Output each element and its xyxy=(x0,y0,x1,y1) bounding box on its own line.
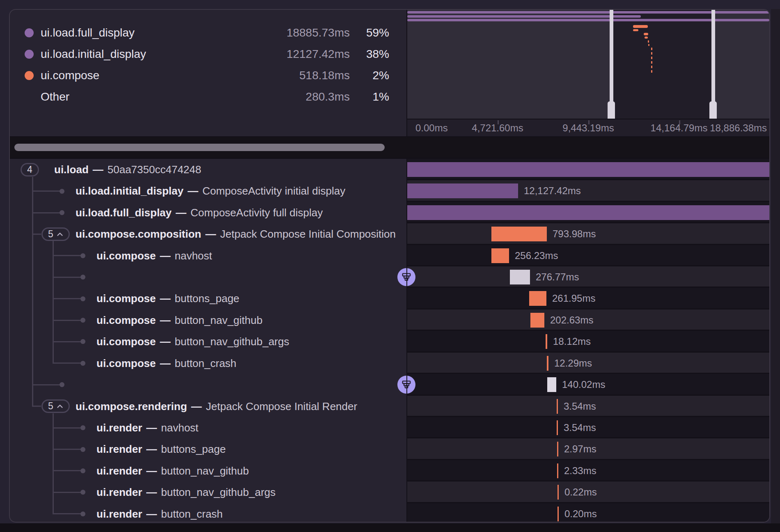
horizontal-scrollbar-thumb[interactable] xyxy=(14,144,385,151)
tree-connector-line xyxy=(53,320,83,321)
legend-item[interactable]: ui.compose518.18ms2% xyxy=(10,65,406,86)
tree-row[interactable] xyxy=(10,374,406,395)
legend-item[interactable]: Other280.3ms1% xyxy=(10,86,406,108)
span-separator: — xyxy=(142,508,161,520)
tree-connector-line xyxy=(32,384,62,385)
tree-row[interactable]: 5ui.compose.composition—Jetpack Compose … xyxy=(10,223,406,245)
span-duration-bar[interactable] xyxy=(530,313,544,328)
span-duration-bar[interactable] xyxy=(547,356,548,371)
span-duration-bar[interactable] xyxy=(547,377,556,392)
waterfall-row[interactable]: 3.54ms xyxy=(407,396,769,417)
legend-span-name: Other xyxy=(41,90,255,103)
span-separator: — xyxy=(156,335,174,348)
span-operation: ui.compose.composition xyxy=(76,228,201,240)
span-description: ui.load.full_display—ComposeActivity ful… xyxy=(76,202,323,223)
waterfall-row[interactable]: 793.98ms xyxy=(407,223,769,245)
chevron-up-icon xyxy=(57,404,63,408)
minimap-compose-span-bar xyxy=(645,37,648,39)
trace-summary-header: ui.load.full_display18885.73ms59%ui.load… xyxy=(10,10,406,136)
span-duration-bar[interactable] xyxy=(510,270,530,284)
minimap: 0.00ms4,721.60ms9,443.19ms14,164.79ms18,… xyxy=(406,10,770,136)
badge-count: 5 xyxy=(48,401,53,412)
span-duration-bar[interactable] xyxy=(557,442,558,456)
panel-divider[interactable] xyxy=(406,158,407,522)
span-separator: — xyxy=(142,443,161,455)
span-duration-bar[interactable] xyxy=(557,507,559,521)
span-duration-label: 276.77ms xyxy=(536,266,579,288)
waterfall-row[interactable]: 12,127.42ms xyxy=(407,180,769,202)
minimap-unselected-region-right xyxy=(713,10,769,119)
minimap-compose-span-bar xyxy=(648,44,649,46)
waterfall-row[interactable] xyxy=(407,202,769,223)
span-separator: — xyxy=(201,228,220,240)
waterfall-row[interactable]: 0.22ms xyxy=(407,482,769,503)
span-detail: buttons_page xyxy=(174,292,239,305)
waterfall-row[interactable]: 261.95ms xyxy=(407,288,769,309)
span-duration-bar[interactable] xyxy=(557,420,558,435)
viewport-handle-grip[interactable] xyxy=(608,101,615,119)
minimap-tiny-span-ticks xyxy=(651,48,652,73)
span-duration-bar[interactable] xyxy=(546,334,547,349)
span-count-badge[interactable]: 4 xyxy=(21,163,39,177)
waterfall-row[interactable]: 140.02ms xyxy=(407,374,769,395)
waterfall-row[interactable] xyxy=(407,159,769,180)
tree-row[interactable]: ui.render—button_crash xyxy=(10,503,406,523)
span-duration-bar[interactable] xyxy=(491,248,509,263)
axis-tick-label: 18,886.38ms xyxy=(710,119,767,136)
span-operation: ui.render xyxy=(96,508,142,520)
span-count-badge[interactable]: 5 xyxy=(41,399,70,413)
legend-span-percent: 59% xyxy=(350,26,389,39)
tree-row[interactable]: 5ui.compose.rendering—Jetpack Compose In… xyxy=(10,396,406,417)
tree-connector-line xyxy=(53,341,83,342)
tree-connector-line xyxy=(53,362,83,364)
waterfall-row[interactable]: 276.77ms xyxy=(407,266,769,288)
span-description: ui.compose—navhost xyxy=(96,245,212,266)
axis-tick-label: 4,721.60ms xyxy=(472,119,523,136)
waterfall-row[interactable]: 2.33ms xyxy=(407,460,769,482)
waterfall-row[interactable]: 256.23ms xyxy=(407,245,769,266)
span-duration-label: 12.29ms xyxy=(554,353,592,374)
span-duration-bar[interactable] xyxy=(407,162,769,177)
tree-connector-line xyxy=(32,177,33,406)
span-separator: — xyxy=(142,465,161,477)
waterfall-row[interactable]: 3.54ms xyxy=(407,417,769,438)
tree-connector-line xyxy=(53,449,83,450)
tree-row[interactable]: 4ui.load—50aa7350cc474248 xyxy=(10,159,406,180)
span-separator: — xyxy=(172,206,190,219)
tree-node-dot-icon xyxy=(80,339,85,344)
minimap-compose-span-bar xyxy=(633,25,648,28)
span-duration-bar[interactable] xyxy=(407,183,518,198)
waterfall-row[interactable]: 12.29ms xyxy=(407,353,769,374)
tree-connector-line xyxy=(32,234,41,235)
waterfall-row[interactable]: 202.63ms xyxy=(407,310,769,331)
legend-item[interactable]: ui.load.initial_display12127.42ms38% xyxy=(10,44,406,65)
viewport-handle-grip[interactable] xyxy=(709,101,717,119)
span-duration-bar[interactable] xyxy=(529,291,546,306)
legend-item[interactable]: ui.load.full_display18885.73ms59% xyxy=(10,22,406,44)
minimap-chart[interactable] xyxy=(407,10,769,119)
span-duration-bar[interactable] xyxy=(557,463,558,478)
span-operation: ui.compose xyxy=(96,250,156,262)
orange-span-dot-icon xyxy=(25,71,34,80)
span-operation: ui.load xyxy=(54,163,89,176)
span-operation: ui.compose xyxy=(96,335,156,348)
span-detail: button_nav_github xyxy=(174,314,262,326)
span-duration-label: 256.23ms xyxy=(515,245,558,266)
waterfall-row[interactable]: 18.12ms xyxy=(407,331,769,352)
waterfall-row[interactable]: 2.97ms xyxy=(407,438,769,460)
span-count-badge[interactable]: 5 xyxy=(41,227,70,241)
span-operation: ui.render xyxy=(96,422,142,434)
span-waterfall-area: 4ui.load—50aa7350cc474248ui.load.initial… xyxy=(10,158,769,523)
span-duration-bar[interactable] xyxy=(491,227,547,241)
tree-row[interactable]: ui.load.initial_display—ComposeActivity … xyxy=(10,180,406,202)
span-duration-label: 3.54ms xyxy=(564,417,596,438)
span-duration-bar[interactable] xyxy=(557,399,558,414)
span-detail: button_crash xyxy=(174,357,236,369)
legend-span-name: ui.compose xyxy=(41,69,255,82)
span-operation: ui.compose.rendering xyxy=(76,400,187,413)
span-detail: ComposeActivity full display xyxy=(190,206,323,219)
tree-row[interactable]: ui.load.full_display—ComposeActivity ful… xyxy=(10,202,406,223)
span-duration-bar[interactable] xyxy=(407,205,769,220)
span-duration-bar[interactable] xyxy=(557,485,559,500)
waterfall-row[interactable]: 0.20ms xyxy=(407,503,769,523)
